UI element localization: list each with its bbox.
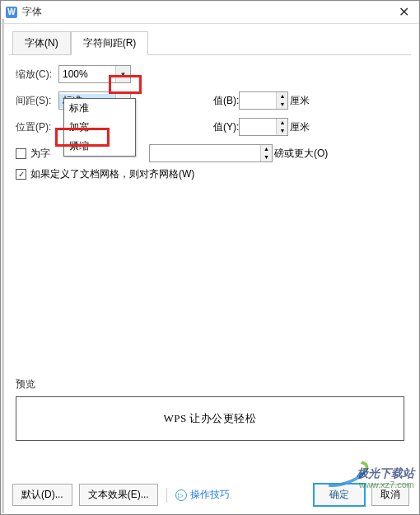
spin-up-icon[interactable]: ▲ bbox=[277, 119, 287, 127]
separator bbox=[166, 488, 167, 503]
scale-combo[interactable]: 100% ▼ bbox=[58, 65, 131, 83]
chevron-down-icon[interactable]: ▼ bbox=[115, 66, 130, 82]
font-dialog: W 字体 ✕ 字体(N) 字符间距(R) 缩放(C): 100% ▼ 间距(S)… bbox=[0, 0, 420, 515]
tab-char-spacing[interactable]: 字符间距(R) bbox=[71, 31, 149, 55]
unit-cm-b: 厘米 bbox=[290, 94, 310, 108]
text-effect-button[interactable]: 文本效果(E)... bbox=[79, 484, 158, 506]
kerning-pts-spinner[interactable]: ▲▼ bbox=[149, 144, 273, 162]
snap-grid-label: 如果定义了文档网格，则对齐网格(W) bbox=[30, 167, 194, 181]
value-y-input[interactable] bbox=[240, 119, 276, 135]
window-title: 字体 bbox=[22, 5, 394, 19]
preview-label: 预览 bbox=[16, 377, 404, 391]
scale-label: 缩放(C): bbox=[16, 68, 58, 82]
snap-grid-checkbox[interactable]: ✓ bbox=[16, 169, 26, 180]
value-y-spinner[interactable]: ▲▼ bbox=[239, 118, 288, 136]
kerning-pts-input[interactable] bbox=[150, 145, 260, 162]
window-left-edge bbox=[2, 19, 4, 513]
cancel-button[interactable]: 取消 bbox=[371, 484, 409, 506]
tips-label: 操作技巧 bbox=[190, 488, 230, 502]
value-b-label: 值(B): bbox=[213, 94, 239, 108]
spacing-dropdown[interactable]: 标准 加宽 紧缩 bbox=[63, 98, 136, 157]
close-icon[interactable]: ✕ bbox=[394, 4, 414, 20]
dropdown-item-condensed[interactable]: 紧缩 bbox=[64, 137, 135, 156]
value-y-label: 值(Y): bbox=[213, 120, 239, 134]
tab-font[interactable]: 字体(N) bbox=[12, 31, 71, 55]
app-icon: W bbox=[6, 7, 17, 18]
value-b-spinner[interactable]: ▲▼ bbox=[239, 91, 288, 110]
preview-text: WPS 让办公更轻松 bbox=[164, 411, 257, 426]
dialog-button-bar: 默认(D)... 文本效果(E)... ▷ 操作技巧 确定 取消 bbox=[1, 475, 419, 514]
preview-box: WPS 让办公更轻松 bbox=[16, 396, 404, 441]
value-b-input[interactable] bbox=[240, 92, 276, 109]
tab-strip: 字体(N) 字符间距(R) bbox=[1, 24, 419, 54]
titlebar: W 字体 ✕ bbox=[1, 1, 419, 24]
ok-button[interactable]: 确定 bbox=[314, 484, 365, 506]
scale-value: 100% bbox=[59, 68, 115, 80]
position-label: 位置(P): bbox=[16, 120, 58, 134]
tips-link[interactable]: ▷ 操作技巧 bbox=[175, 488, 230, 502]
unit-cm-y: 厘米 bbox=[290, 120, 310, 134]
dropdown-item-expanded[interactable]: 加宽 bbox=[64, 118, 135, 137]
spacing-label: 间距(S): bbox=[16, 94, 58, 108]
spin-up-icon[interactable]: ▲ bbox=[261, 145, 272, 153]
play-icon: ▷ bbox=[175, 489, 187, 501]
kerning-label: 为字 bbox=[30, 147, 50, 161]
default-button[interactable]: 默认(D)... bbox=[12, 484, 72, 506]
pts-or-more-label: 磅或更大(O) bbox=[274, 147, 328, 161]
spin-down-icon[interactable]: ▼ bbox=[261, 153, 272, 162]
spin-down-icon[interactable]: ▼ bbox=[277, 127, 287, 135]
spin-up-icon[interactable]: ▲ bbox=[277, 92, 287, 101]
spin-down-icon[interactable]: ▼ bbox=[277, 101, 287, 109]
dropdown-item-standard[interactable]: 标准 bbox=[64, 99, 135, 118]
kerning-checkbox[interactable] bbox=[16, 148, 26, 159]
